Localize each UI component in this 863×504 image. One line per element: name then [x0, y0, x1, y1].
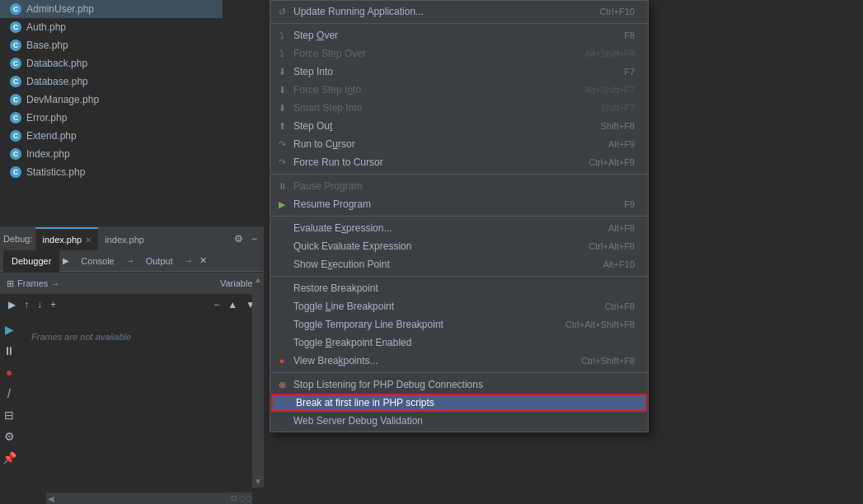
- settings-icon[interactable]: ⚙: [229, 233, 248, 245]
- file-adminuser[interactable]: C AdminUser.php: [0, 0, 223, 18]
- add-btn[interactable]: +: [49, 297, 58, 312]
- tab-console[interactable]: Console: [73, 250, 122, 272]
- menu-view-breakpoints[interactable]: ● View Breakpoints... Ctrl+Shift+F8: [270, 352, 648, 370]
- menu-item-shortcut: Ctrl+Shift+F8: [581, 356, 635, 366]
- separator1: [270, 23, 648, 24]
- menu-item-label: Run to Cursor: [293, 138, 592, 150]
- file-index[interactable]: C Index.php: [0, 145, 223, 163]
- menu-item-label: Stop Listening for PHP Debug Connections: [293, 379, 635, 390]
- file-name: Base.php: [26, 40, 68, 51]
- menu-item-shortcut: Alt+Shift+F8: [584, 49, 635, 58]
- menu-run-to-cursor[interactable]: ↷ Run to Cursor Alt+F9: [270, 135, 648, 153]
- file-extend[interactable]: C Extend.php: [0, 127, 223, 145]
- menu-item-label: Break at first line in PHP scripts: [296, 397, 632, 408]
- copy-icon[interactable]: ⊡: [231, 494, 237, 502]
- force-run-cursor-icon: ↷: [275, 156, 288, 169]
- eval-icon: [275, 222, 288, 235]
- frames-expand-icon[interactable]: →: [51, 279, 59, 288]
- scroll-up-btn[interactable]: ▲: [226, 297, 239, 312]
- menu-step-over[interactable]: ⤵ Step Over F8: [270, 26, 648, 44]
- frames-bar: ⊞ Frames → Variables: [0, 273, 264, 294]
- menu-stop-listening[interactable]: ⊗ Stop Listening for PHP Debug Connectio…: [270, 376, 648, 394]
- layout-icon[interactable]: ⊟: [4, 408, 14, 422]
- file-tree: C AdminUser.php C Auth.php C Base.php C …: [0, 0, 223, 226]
- debug-label: Debug:: [3, 234, 32, 244]
- separator2: [270, 174, 648, 175]
- debug-tabs-bar: Debug: index.php ✕ index.php ⚙ −: [0, 227, 264, 250]
- output-arrow2[interactable]: →: [181, 256, 196, 265]
- menu-pause-program[interactable]: ⏸ Pause Program: [270, 177, 648, 195]
- menu-evaluate-expression[interactable]: Evaluate Expression... Alt+F8: [270, 219, 648, 237]
- toggle-temp-bp-icon: [275, 318, 288, 331]
- file-statistics[interactable]: C Statistics.php: [0, 163, 223, 181]
- scroll-bottom-btn[interactable]: ▼: [254, 477, 262, 486]
- menu-item-label: Web Server Debug Validation: [293, 415, 635, 427]
- minus-btn[interactable]: −: [212, 297, 221, 312]
- menu-force-step-over[interactable]: ⤵ Force Step Over Alt+Shift+F8: [270, 44, 648, 63]
- menu-force-run-to-cursor[interactable]: ↷ Force Run to Cursor Ctrl+Alt+F9: [270, 153, 648, 171]
- file-auth[interactable]: C Auth.php: [0, 18, 223, 36]
- menu-step-out[interactable]: ⬆ Step Out Shift+F8: [270, 117, 648, 135]
- debug-toolbar: ▶ ↑ ↓ + − ▲ ▼: [0, 294, 264, 315]
- file-database[interactable]: C Database.php: [0, 72, 223, 91]
- menu-item-label: Step Over: [293, 30, 607, 41]
- panel-tabs-bar: Debugger ▶ Console → Output → ✕: [0, 250, 264, 272]
- file-error[interactable]: C Error.php: [0, 109, 223, 127]
- menu-force-step-into[interactable]: ⬇ Force Step Into Alt+Shift+F7: [270, 81, 648, 99]
- file-name: Statistics.php: [26, 166, 85, 178]
- menu-show-execution[interactable]: Show Execution Point Alt+F10: [270, 255, 648, 273]
- scroll-left-btn[interactable]: ◀: [48, 494, 54, 503]
- menu-restore-breakpoint[interactable]: Restore Breakpoint: [270, 279, 648, 297]
- menu-item-label: Show Execution Point: [293, 259, 587, 270]
- menu-quick-evaluate[interactable]: Quick Evaluate Expression Ctrl+Alt+F8: [270, 237, 648, 255]
- menu-item-label: Force Run to Cursor: [293, 156, 572, 168]
- menu-step-into[interactable]: ⬇ Step Into F7: [270, 63, 648, 81]
- file-devmanage[interactable]: C DevManage.php: [0, 91, 223, 109]
- file-name: Auth.php: [26, 21, 66, 33]
- debug-tab-index2[interactable]: index.php: [98, 227, 151, 250]
- settings-icon2[interactable]: ⚙: [4, 430, 15, 443]
- smart-step-icon: ⬇: [275, 101, 288, 114]
- menu-item-shortcut: Shift+F8: [601, 121, 635, 131]
- menu-smart-step-into[interactable]: ⬇ Smart Step Into Shift+F7: [270, 99, 648, 117]
- up-btn[interactable]: ↑: [22, 297, 30, 312]
- console-arrow[interactable]: ▶: [59, 256, 73, 265]
- debug-tab-close[interactable]: ✕: [85, 236, 91, 245]
- separator4: [270, 276, 648, 277]
- restore-bp-icon: [275, 282, 288, 295]
- file-icon: C: [10, 76, 21, 87]
- menu-item-label: Toggle Line Breakpoint: [293, 301, 589, 312]
- info-icon[interactable]: ◌◌: [239, 494, 252, 502]
- menu-update-running[interactable]: ↺ Update Running Application... Ctrl+F10: [270, 2, 648, 21]
- file-databack[interactable]: C Databack.php: [0, 54, 223, 72]
- menu-toggle-bp-enabled[interactable]: Toggle Breakpoint Enabled: [270, 334, 648, 352]
- menu-resume-program[interactable]: ▶ Resume Program F9: [270, 195, 648, 213]
- menu-toggle-temp-bp[interactable]: Toggle Temporary Line Breakpoint Ctrl+Al…: [270, 315, 648, 334]
- view-bp-icon: ●: [275, 354, 288, 367]
- menu-break-first-line[interactable]: Break at first line in PHP scripts: [271, 394, 647, 412]
- menu-item-shortcut: Ctrl+Alt+F8: [589, 241, 635, 251]
- file-base[interactable]: C Base.php: [0, 36, 223, 54]
- output-arrow[interactable]: →: [123, 256, 138, 265]
- stop-icon[interactable]: ●: [6, 366, 12, 379]
- menu-item-shortcut: Ctrl+F8: [605, 301, 635, 311]
- menu-web-server-debug[interactable]: Web Server Debug Validation: [270, 412, 648, 430]
- panel-close-btn[interactable]: ✕: [196, 255, 210, 266]
- web-debug-icon: [275, 414, 288, 427]
- minimize-icon[interactable]: −: [248, 233, 260, 245]
- menu-item-label: View Breakpoints...: [293, 355, 565, 366]
- down-btn[interactable]: ↓: [35, 297, 44, 312]
- edit-icon[interactable]: /: [7, 387, 11, 400]
- tab-output[interactable]: Output: [138, 250, 181, 272]
- tab-debugger[interactable]: Debugger: [3, 250, 59, 272]
- menu-item-shortcut: Alt+F8: [608, 223, 635, 233]
- pause-icon[interactable]: ⏸: [3, 344, 15, 357]
- menu-toggle-line-bp[interactable]: Toggle Line Breakpoint Ctrl+F8: [270, 297, 648, 315]
- menu-item-label: Update Running Application...: [293, 6, 584, 17]
- play-icon[interactable]: ▶: [5, 323, 14, 336]
- scrollbar[interactable]: ▲ ▼: [252, 273, 264, 488]
- scroll-top-btn[interactable]: ▲: [254, 275, 262, 284]
- horiz-scrollbar[interactable]: ◀ ⊡ ◌◌: [46, 492, 252, 504]
- debug-tab-index1[interactable]: index.php ✕: [35, 227, 98, 250]
- pin-icon[interactable]: 📌: [2, 451, 16, 464]
